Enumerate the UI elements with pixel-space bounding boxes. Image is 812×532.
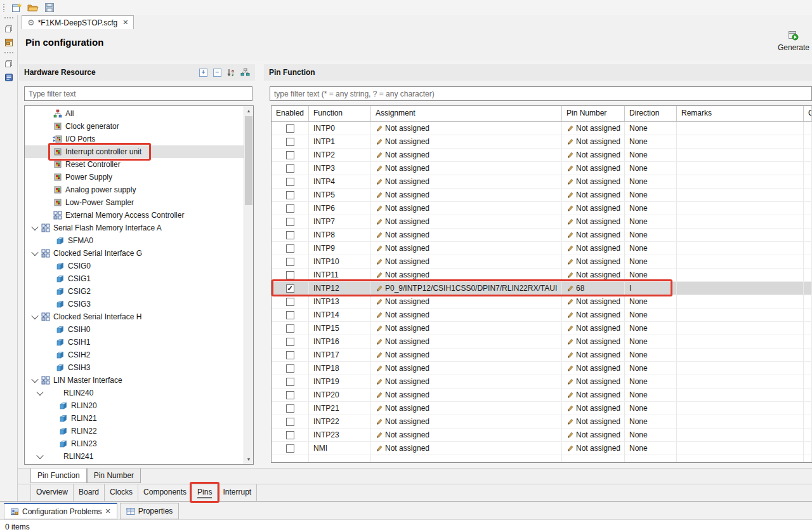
enabled-checkbox[interactable] <box>286 271 294 279</box>
tree-item-rlin241[interactable]: RLIN241 <box>25 450 244 463</box>
pin-number-cell[interactable]: Not assigned <box>562 402 625 415</box>
tree-scrollbar[interactable]: ▲ ▼ <box>244 106 253 464</box>
assignment-cell[interactable]: Not assigned <box>371 215 562 228</box>
enabled-checkbox[interactable] <box>286 138 294 146</box>
assignment-cell[interactable]: Not assigned <box>371 149 562 161</box>
pin-row-intp7[interactable]: INTP7Not assignedNot assignedNone <box>272 215 812 229</box>
pin-number-cell[interactable]: Not assigned <box>562 375 625 388</box>
pin-row-intp16[interactable]: INTP16Not assignedNot assignedNone <box>272 335 812 349</box>
tree-item-low-power-sampler[interactable]: Low-Power Sampler <box>25 196 244 209</box>
pin-number-cell[interactable]: Not assigned <box>562 269 625 281</box>
tree-item-csig3[interactable]: CSIG3 <box>25 298 244 310</box>
assignment-cell[interactable]: Not assigned <box>371 402 562 415</box>
page-tab-pins[interactable]: Pins <box>192 484 218 501</box>
view-tab-properties[interactable]: Properties <box>120 503 180 519</box>
close-tab-icon[interactable]: ✕ <box>122 18 128 27</box>
tree-item-rlin20[interactable]: RLIN20 <box>25 399 244 412</box>
enabled-checkbox[interactable] <box>286 351 294 359</box>
pin-row-intp14[interactable]: INTP14Not assignedNot assignedNone <box>272 309 812 322</box>
assignment-cell[interactable]: Not assigned <box>371 322 562 335</box>
direction-cell[interactable]: None <box>625 255 677 268</box>
assignment-cell[interactable]: Not assigned <box>371 429 562 441</box>
tree-item-power-supply[interactable]: Power Supply <box>25 171 244 183</box>
pin-number-cell[interactable]: Not assigned <box>562 215 625 228</box>
enabled-checkbox[interactable] <box>286 418 294 426</box>
new-file-icon[interactable] <box>11 2 22 13</box>
hardware-filter-input[interactable] <box>24 86 252 101</box>
tree-item-rlin22[interactable]: RLIN22 <box>25 425 244 437</box>
view-tab-configuration-problems[interactable]: Configuration Problems✕ <box>4 503 117 519</box>
pin-row-intp4[interactable]: INTP4Not assignedNot assignedNone <box>272 175 812 189</box>
assignment-cell[interactable]: Not assigned <box>371 202 562 215</box>
direction-cell[interactable]: None <box>625 295 677 308</box>
assignment-cell[interactable]: Not assigned <box>371 295 562 308</box>
direction-cell[interactable]: None <box>625 215 677 228</box>
chevron-expanded-icon[interactable] <box>31 223 38 230</box>
pin-number-cell[interactable]: Not assigned <box>562 122 625 135</box>
tree-item-rlin21[interactable]: RLIN21 <box>25 412 244 425</box>
direction-cell[interactable]: None <box>625 122 677 135</box>
tree-item-external-memory-access-controller[interactable]: External Memory Access Controller <box>25 209 244 222</box>
assignment-cell[interactable]: Not assigned <box>371 175 562 188</box>
expand-all-icon[interactable]: + <box>199 68 208 77</box>
enabled-checkbox[interactable] <box>286 311 294 319</box>
enabled-checkbox[interactable] <box>286 231 294 239</box>
pin-number-cell[interactable]: Not assigned <box>562 135 625 148</box>
page-tab-clocks[interactable]: Clocks <box>105 484 138 501</box>
column-header-pin-number[interactable]: Pin Number <box>562 106 625 121</box>
direction-cell[interactable]: None <box>625 442 677 455</box>
tree-item-csig2[interactable]: CSIG2 <box>25 285 244 298</box>
pin-number-cell[interactable]: Not assigned <box>562 162 625 175</box>
pin-row-intp17[interactable]: INTP17Not assignedNot assignedNone <box>272 349 812 362</box>
page-tab-board[interactable]: Board <box>74 484 105 501</box>
enabled-checkbox[interactable] <box>286 151 294 159</box>
direction-cell[interactable]: None <box>625 389 677 401</box>
tree-item-rlin23[interactable]: RLIN23 <box>25 437 244 450</box>
enabled-checkbox[interactable] <box>286 444 294 453</box>
enabled-checkbox[interactable] <box>286 178 294 186</box>
assignment-cell[interactable]: P0_9/INTP12/CSIH1CSS0/DPIN7/RLIN22RX/TAU… <box>371 282 562 295</box>
assignment-cell[interactable]: Not assigned <box>371 335 562 348</box>
pin-number-cell[interactable]: Not assigned <box>562 362 625 375</box>
page-tab-interrupt[interactable]: Interrupt <box>218 484 257 501</box>
pin-row-intp8[interactable]: INTP8Not assignedNot assignedNone <box>272 229 812 242</box>
pin-row-intp11[interactable]: INTP11Not assignedNot assignedNone <box>272 269 812 282</box>
pin-row-intp13[interactable]: INTP13Not assignedNot assignedNone <box>272 295 812 309</box>
sort-icon[interactable]: az <box>226 68 236 77</box>
pin-row-intp15[interactable]: INTP15Not assignedNot assignedNone <box>272 322 812 335</box>
direction-cell[interactable]: None <box>625 362 677 375</box>
console-view-icon[interactable] <box>4 72 14 83</box>
column-header-function[interactable]: Function <box>309 106 371 121</box>
enabled-checkbox[interactable] <box>286 204 294 213</box>
pin-number-cell[interactable]: Not assigned <box>562 189 625 201</box>
chevron-expanded-icon[interactable] <box>36 452 43 459</box>
direction-cell[interactable]: None <box>625 162 677 175</box>
chevron-expanded-icon[interactable] <box>31 312 38 319</box>
column-header-enabled[interactable]: Enabled <box>272 106 309 121</box>
enabled-checkbox[interactable] <box>286 258 294 266</box>
assignment-cell[interactable]: Not assigned <box>371 122 562 135</box>
enabled-checkbox[interactable] <box>286 191 294 199</box>
direction-cell[interactable]: None <box>625 189 677 201</box>
assignment-cell[interactable]: Not assigned <box>371 375 562 388</box>
enabled-checkbox[interactable] <box>286 364 294 373</box>
tree-item-csih2[interactable]: CSIH2 <box>25 349 244 361</box>
enabled-checkbox[interactable]: ✓ <box>286 284 294 293</box>
column-header-assignment[interactable]: Assignment <box>371 106 562 121</box>
pin-row-intp22[interactable]: INTP22Not assignedNot assignedNone <box>272 415 812 429</box>
close-view-icon[interactable]: ✕ <box>105 507 110 515</box>
direction-cell[interactable]: None <box>625 242 677 255</box>
pin-row-intp19[interactable]: INTP19Not assignedNot assignedNone <box>272 375 812 389</box>
pin-number-cell[interactable]: Not assigned <box>562 202 625 215</box>
pin-row-intp10[interactable]: INTP10Not assignedNot assignedNone <box>272 255 812 269</box>
pin-number-cell[interactable]: Not assigned <box>562 149 625 161</box>
pin-number-cell[interactable]: Not assigned <box>562 255 625 268</box>
pin-row-intp9[interactable]: INTP9Not assignedNot assignedNone <box>272 242 812 255</box>
assignment-cell[interactable]: Not assigned <box>371 442 562 455</box>
pin-row-intp1[interactable]: INTP1Not assignedNot assignedNone <box>272 135 812 149</box>
pin-number-cell[interactable]: Not assigned <box>562 175 625 188</box>
page-tab-overview[interactable]: Overview <box>30 484 74 501</box>
pin-number-cell[interactable]: Not assigned <box>562 322 625 335</box>
scrollbar-thumb[interactable] <box>245 116 252 205</box>
enabled-checkbox[interactable] <box>286 378 294 386</box>
